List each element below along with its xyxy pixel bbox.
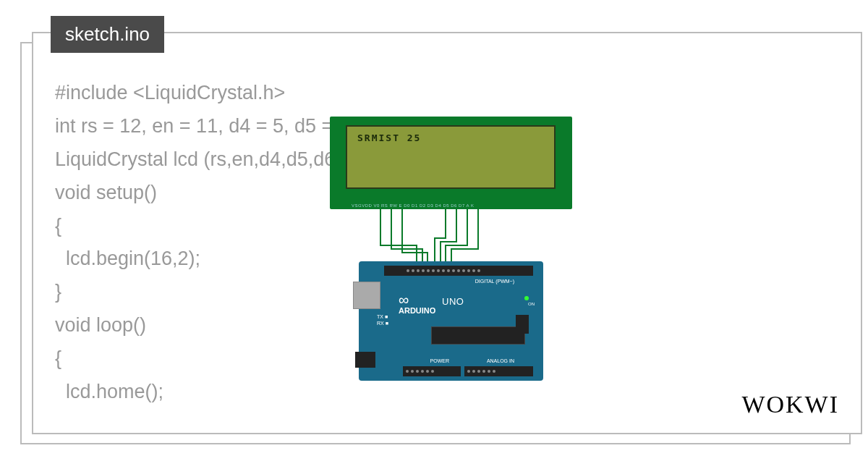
arduino-brand-label: ARDUINO bbox=[399, 306, 435, 315]
code-line: { bbox=[55, 347, 61, 369]
code-line: lcd.home(); bbox=[55, 381, 163, 402]
arduino-model-label: UNO bbox=[442, 296, 464, 307]
power-section-label: POWER bbox=[430, 358, 449, 363]
usb-port-icon bbox=[353, 282, 380, 309]
on-led-label: ON bbox=[528, 302, 535, 306]
file-tab[interactable]: sketch.ino bbox=[51, 16, 164, 53]
connection-wires bbox=[315, 209, 590, 263]
main-card: #include <LiquidCrystal.h> int rs = 12, … bbox=[32, 32, 862, 434]
isp-header-icon bbox=[516, 315, 529, 334]
wokwi-brand-logo: WOKWI bbox=[741, 391, 839, 418]
code-line: void setup() bbox=[55, 182, 157, 203]
tx-rx-label: TX ■ RX ■ bbox=[377, 313, 388, 326]
lcd-pin-labels: VSGVDD V0 RS RW E D0 D1 D2 D3 D4 D5 D6 D… bbox=[352, 203, 474, 208]
digital-pin-header bbox=[388, 266, 533, 276]
code-line: } bbox=[55, 281, 61, 303]
analog-pin-header bbox=[464, 366, 533, 376]
power-pin-header bbox=[403, 366, 461, 376]
code-line: void loop() bbox=[55, 314, 146, 336]
lcd-module[interactable]: SRMIST 25 VSGVDD V0 RS RW E D0 D1 D2 D3 … bbox=[330, 117, 572, 209]
simulator-canvas[interactable]: SRMIST 25 VSGVDD V0 RS RW E D0 D1 D2 D3 … bbox=[315, 117, 590, 370]
analog-section-label: ANALOG IN bbox=[487, 358, 514, 363]
atmega-chip-icon bbox=[431, 326, 525, 345]
lcd-screen: SRMIST 25 bbox=[346, 125, 556, 189]
code-line: #include <LiquidCrystal.h> bbox=[55, 82, 285, 104]
code-line: lcd.begin(16,2); bbox=[55, 248, 200, 269]
code-line: { bbox=[55, 215, 61, 237]
arduino-uno-board[interactable]: ∞ ARDUINO UNO DIGITAL (PWM~) POWER ANALO… bbox=[359, 261, 543, 381]
lcd-display-text: SRMIST 25 bbox=[357, 132, 421, 143]
power-jack-icon bbox=[355, 352, 375, 368]
power-led-icon bbox=[524, 296, 529, 300]
file-tab-label: sketch.ino bbox=[65, 23, 150, 45]
aref-pin-header bbox=[384, 266, 406, 276]
digital-section-label: DIGITAL (PWM~) bbox=[475, 279, 514, 284]
